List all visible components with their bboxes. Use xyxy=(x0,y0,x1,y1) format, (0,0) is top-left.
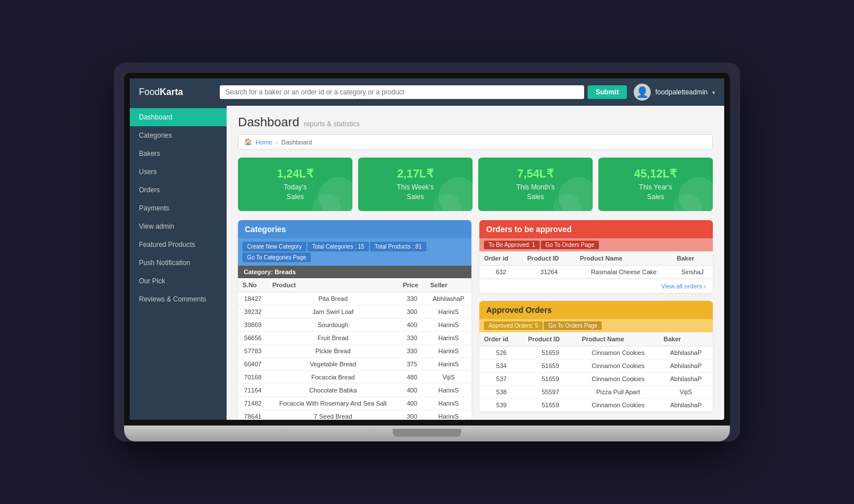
col-product: Product xyxy=(268,278,398,292)
main-content: Dashboard reports & statistics 🏠 Home › … xyxy=(227,106,724,420)
user-name-label: foodpaletteadmin xyxy=(655,88,708,96)
approve-col-productname: Product Name xyxy=(576,251,672,266)
user-area: 👤 foodpaletteadmin ▾ xyxy=(634,84,715,101)
table-row: 71482Focaccia With Rosemary And Sea Salt… xyxy=(238,396,471,410)
table-row: 18427Pita Bread330AbhilashaP xyxy=(238,292,471,305)
table-row: 53451659Cinnamon CookiesAbhilashaP xyxy=(479,359,713,372)
total-categories-button: Total Categories : 15 xyxy=(307,242,369,251)
approved-orders-table: Order id Product ID Product Name Baker 5… xyxy=(479,332,713,412)
sidebar-item-payments[interactable]: Payments xyxy=(130,199,227,217)
brand-food: Food xyxy=(139,87,159,97)
stat-month-value: 7,54L₹ xyxy=(487,167,584,180)
sidebar-item-bakers[interactable]: Bakers xyxy=(130,144,227,163)
sidebar: Dashboard Categories Bakers Users Orders… xyxy=(130,106,227,420)
categories-header: Categories xyxy=(238,220,471,238)
chevron-down-icon[interactable]: ▾ xyxy=(712,89,715,96)
sidebar-item-dashboard[interactable]: Dashboard xyxy=(130,108,227,126)
table-row: 53855597Pizza Pull ApartVijiS xyxy=(479,385,713,398)
search-submit-button[interactable]: Submit xyxy=(588,85,627,99)
page-header: Dashboard reports & statistics xyxy=(238,115,713,130)
search-bar: Submit xyxy=(220,85,627,99)
stat-month-label: This Month'sSales xyxy=(487,183,584,202)
sidebar-item-push-notification[interactable]: Push Notification xyxy=(130,254,227,272)
category-label: Category: Breads xyxy=(238,266,471,278)
page-subtitle: reports & statistics xyxy=(304,120,360,128)
stat-year-label: This Year'sSales xyxy=(607,183,704,202)
sidebar-item-featured-products[interactable]: Featured Products xyxy=(130,236,227,254)
approved-orders-header: Approved Orders xyxy=(479,301,713,319)
approved-col-baker: Baker xyxy=(659,332,713,346)
stat-week-value: 2,17L₹ xyxy=(367,167,463,180)
table-row: 786417 Seed Bread300HariniS xyxy=(238,410,471,420)
col-sno: S.No xyxy=(238,278,268,292)
table-row: 63231264Rasmalai Cheese CakeSirishaJ xyxy=(479,265,713,278)
approved-orders-toolbar: Approved Orders: 5 Go To Orders Page xyxy=(479,319,713,332)
total-products-button: Total Products : 81 xyxy=(370,242,426,251)
main-area: Dashboard Categories Bakers Users Orders… xyxy=(130,106,724,420)
table-row: 52651659Cinnamon CookiesAbhilashaP xyxy=(479,346,713,359)
table-row: 71164Chocolate Babka400HariniS xyxy=(238,383,471,396)
home-icon: 🏠 xyxy=(244,138,252,146)
breadcrumb-separator: › xyxy=(276,139,278,146)
approved-count-badge: Approved Orders: 5 xyxy=(484,321,543,330)
brand-logo: FoodKarta xyxy=(139,87,213,97)
table-row: 53751659Cinnamon CookiesAbhilashaP xyxy=(479,372,713,385)
approved-col-productname: Product Name xyxy=(577,332,659,346)
two-col-section: Categories Create New Category Total Cat… xyxy=(238,220,713,420)
top-nav: FoodKarta Submit 👤 foodpaletteadmin ▾ xyxy=(130,79,724,106)
table-row: 60407Vegetable Bread375HariniS xyxy=(238,357,471,370)
approved-col-productid: Product ID xyxy=(524,332,577,346)
avatar: 👤 xyxy=(634,84,651,101)
goto-categories-button[interactable]: Go To Categories Page xyxy=(243,253,311,262)
sidebar-item-users[interactable]: Users xyxy=(130,163,227,181)
categories-table: S.No Product Price Seller 18427Pita Brea… xyxy=(238,278,471,420)
stat-year-value: 45,12L₹ xyxy=(607,167,704,180)
sidebar-item-reviews-comments[interactable]: Reviews & Comments xyxy=(130,290,227,308)
categories-card: Categories Create New Category Total Cat… xyxy=(238,220,471,420)
stat-today-value: 1,24L₹ xyxy=(247,167,343,180)
approve-col-baker: Baker xyxy=(672,251,713,266)
stat-today-label: Today'sSales xyxy=(247,183,343,202)
stat-card-today: 1,24L₹ Today'sSales xyxy=(238,158,352,211)
stat-card-week: 2,17L₹ This Week'sSales xyxy=(358,158,473,211)
page-title: Dashboard xyxy=(238,115,299,130)
col-price: Price xyxy=(399,278,426,292)
create-category-button[interactable]: Create New Category xyxy=(243,242,306,251)
stat-card-month: 7,54L₹ This Month'sSales xyxy=(478,158,593,211)
sidebar-item-categories[interactable]: Categories xyxy=(130,126,227,144)
breadcrumb: 🏠 Home › Dashboard xyxy=(238,134,713,150)
table-row: 53951659Cinnamon CookiesAbhilashaP xyxy=(479,398,713,411)
orders-approve-header: Orders to be approved xyxy=(479,220,713,238)
approve-col-orderid: Order id xyxy=(479,251,523,266)
approved-orders-panel: Approved Orders Approved Orders: 5 Go To… xyxy=(479,301,713,412)
col-seller: Seller xyxy=(426,278,471,292)
goto-approved-orders-button[interactable]: Go To Orders Page xyxy=(544,321,602,330)
orders-approve-panel: Orders to be approved To Be Approved: 1 … xyxy=(479,220,713,293)
table-row: 70168Focaccia Bread480VijiS xyxy=(238,370,471,383)
approve-count-badge: To Be Approved: 1 xyxy=(484,241,540,249)
orders-approve-toolbar: To Be Approved: 1 Go To Orders Page xyxy=(479,238,713,251)
table-row: 39232Jam Swirl Loaf300HariniS xyxy=(238,305,471,318)
table-row: 39869Sourdough400HariniS xyxy=(238,318,471,331)
table-row: 57783Pickle Bread330HariniS xyxy=(238,344,471,357)
goto-orders-approve-button[interactable]: Go To Orders Page xyxy=(541,241,599,249)
table-row: 56656Fruit Bread330HariniS xyxy=(238,331,471,344)
orders-approve-table: Order id Product ID Product Name Baker 6… xyxy=(479,251,713,279)
approved-col-orderid: Order id xyxy=(479,332,524,346)
sidebar-item-view-admin[interactable]: View admin xyxy=(130,217,227,236)
view-all-orders-link[interactable]: View all orders › xyxy=(479,279,713,293)
breadcrumb-home[interactable]: Home xyxy=(256,139,272,146)
approve-col-productid: Product ID xyxy=(523,251,576,266)
stat-card-year: 45,12L₹ This Year'sSales xyxy=(598,158,713,211)
brand-karta: Karta xyxy=(159,87,183,97)
orders-column: Orders to be approved To Be Approved: 1 … xyxy=(479,220,713,420)
stat-week-label: This Week'sSales xyxy=(367,183,463,202)
search-input[interactable] xyxy=(220,85,584,99)
categories-toolbar: Create New Category Total Categories : 1… xyxy=(238,238,471,266)
stats-row: 1,24L₹ Today'sSales 2,17L₹ This Week'sSa… xyxy=(238,158,713,211)
sidebar-item-our-pick[interactable]: Our Pick xyxy=(130,272,227,290)
breadcrumb-current: Dashboard xyxy=(281,139,312,146)
sidebar-item-orders[interactable]: Orders xyxy=(130,181,227,199)
